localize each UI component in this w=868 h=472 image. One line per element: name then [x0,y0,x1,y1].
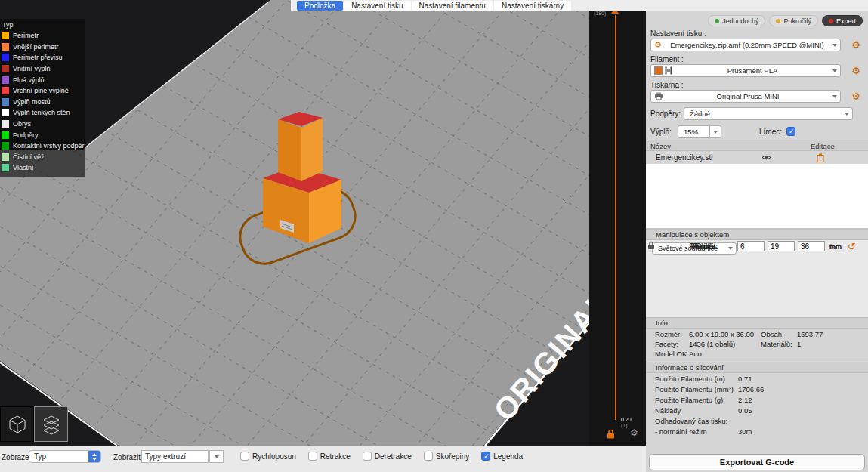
tab[interactable]: Nastavení filamentu [412,1,493,11]
show-label: Zobrazit [113,453,141,461]
mode-dot [776,19,780,23]
layers-icon [41,414,62,435]
printer-select[interactable]: Original Prusa MINI [650,90,841,103]
brim-checkbox[interactable] [786,127,795,136]
printer-icon [654,92,663,100]
sliced-info-label: Použito Filamentu (m) [655,375,725,383]
thumbnail-3d-view[interactable] [0,406,34,442]
printer-label: Tiskárna : [650,81,684,89]
checkbox-label: Rychloposun [252,452,296,461]
sliced-info-rows: Použito Filamentu (m) 0.71 Použito Filam… [646,375,868,438]
viewport-3d[interactable]: ORIGINAL Typ Perimetr [0,0,589,446]
object-list: Emergencikey.stl [646,151,868,229]
axis-y-input[interactable] [768,241,795,251]
slider-gear-icon[interactable]: ⚙ [630,427,638,438]
legend-panel: Typ Perimetr Vnější perimetr Perimetr př… [0,19,85,177]
checkbox-box[interactable] [481,452,490,461]
legend-color-swatch [2,76,9,84]
checkbox-box[interactable] [308,452,317,461]
legend-color-swatch [2,87,9,94]
filament-value: Prusament PLA [675,66,830,75]
legend-color-swatch [2,65,9,72]
legend-color-swatch [2,142,9,150]
print-settings-gear-button[interactable]: ⚙ [850,39,862,51]
manipulation-panel: Světové souřadnice X Y Z Pozice: [646,240,868,317]
legend-item: Obrys [0,119,85,130]
printer-gear-button[interactable]: ⚙ [850,91,862,103]
legend-item: Podpěry [0,129,85,140]
printer-value: Original Prusa MINI [666,92,830,100]
cube-icon [8,415,27,434]
view-option-checkbox[interactable]: Legenda [481,452,523,461]
mode-dot [715,19,719,23]
filament-gear-button[interactable]: ⚙ [850,65,862,77]
sliced-info-title: Informace o slicování [646,362,868,373]
slider-top-layer: (180) [594,11,606,17]
tab[interactable]: Nastavení tiskárny [494,1,571,11]
axis-z-input[interactable] [798,241,825,251]
clipboard-icon[interactable] [817,153,824,164]
sliced-info-value: 0.05 [738,406,752,415]
print-settings-label: Nastavení tisku : [650,29,706,38]
infill-value-field[interactable]: 15% [678,125,709,138]
sliced-info-label: - normální režim [655,427,707,436]
legend-item: Čistící věž [0,152,85,163]
layer-slider[interactable] [615,15,616,420]
checkbox-box[interactable] [363,452,372,461]
filament-select[interactable]: Prusament PLA [650,64,841,77]
chevron-down-icon [713,131,718,134]
legend-item: Plná výplň [0,74,85,85]
thumbnail-layers-view[interactable] [34,406,68,442]
legend-color-swatch [2,164,9,171]
object-name: Emergencikey.stl [656,153,712,162]
show-filter-value: Typy extruzí [145,452,186,461]
tab[interactable]: Nastavení tisku [344,1,410,11]
eye-icon[interactable] [761,154,771,162]
view-option-checkbox[interactable]: Deretrakce [363,452,412,461]
tab-label: Nastavení filamentu [419,2,486,10]
legend-item: Perimetr [0,30,85,42]
sliced-info-label: Odhadovaný čas tisku: [655,417,727,425]
mode-button[interactable]: Pokročilý [769,15,818,26]
mode-switcher: Jednoduchý Pokročilý Expert [708,15,863,26]
print-settings-select[interactable]: ⚙ Emergencikey.zip.amf (0.20mm SPEED @MI… [650,39,841,51]
view-option-checkbox[interactable]: Skořepiny [424,452,469,461]
info-size-label: Rozměr: [655,330,682,338]
info-volume-value: 1693.77 [797,330,823,338]
view-option-checkbox[interactable]: Rychloposun [240,452,296,461]
view-mode-select[interactable]: Typ [29,450,101,463]
checkbox-box[interactable] [424,452,433,461]
slider-lock-icon[interactable] [607,428,615,442]
legend-color-swatch [2,109,9,116]
legend-item: Vlastní [0,162,85,174]
mode-button[interactable]: Expert [822,15,863,26]
print-settings-value: Emergencikey.zip.amf (0.20mm SPEED @MINI… [664,41,830,49]
infill-dropdown-button[interactable] [709,125,721,138]
mode-label: Expert [836,17,856,25]
checkbox-box[interactable] [240,452,249,461]
axis-x-input[interactable] [737,241,765,251]
legend-color-swatch [2,32,9,39]
object-row[interactable]: Emergencikey.stl [646,151,868,164]
tab-label: Nastavení tisku [351,2,403,10]
sliced-info-value: 1706.66 [738,385,764,393]
supports-select[interactable]: Žádné [684,107,853,120]
mode-label: Jednoduchý [722,17,759,25]
sliced-info-value: 0.71 [738,375,752,383]
mode-button[interactable]: Jednoduchý [708,15,766,26]
unit-label: mm [829,242,846,251]
info-materials-value: 1 [797,340,801,348]
sidebar: Jednoduchý Pokročilý Expert Nastavení ti… [646,11,868,472]
print-preset-icon: ⚙ [654,40,662,50]
object-name-header: Název [650,142,671,150]
view-option-checkbox[interactable]: Retrakce [308,452,351,461]
show-filter-field[interactable]: Typy extruzí [141,450,209,463]
tab[interactable]: Podložka [297,1,343,11]
manipulation-row: Rozměr: mm ↺ [646,240,868,252]
export-gcode-button[interactable]: Exportovat G-code [649,454,865,470]
view-thumbnails [0,406,68,442]
info-size-value: 6.00 x 19.00 x 36.00 [689,330,754,338]
legend-item: Perimetr převisu [0,52,85,63]
legend-item: Kontaktní vrstvy podpěr [0,140,85,152]
show-filter-dropdown-button[interactable] [209,450,224,463]
